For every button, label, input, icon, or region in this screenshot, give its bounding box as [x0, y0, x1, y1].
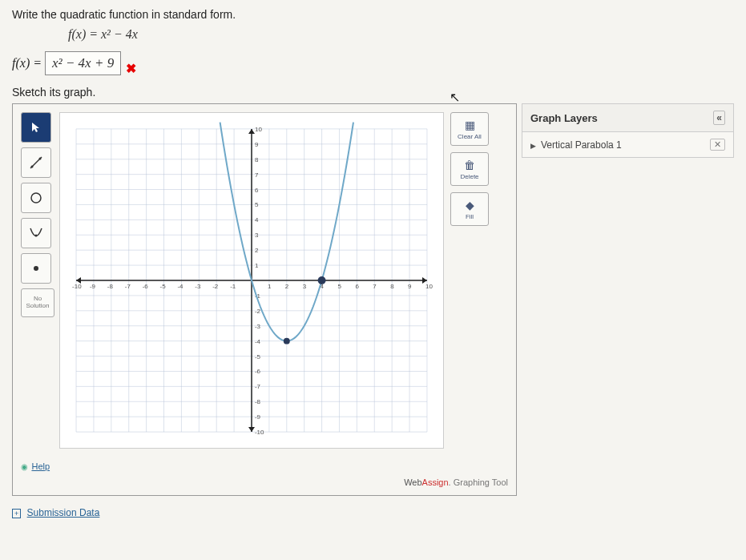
- svg-point-90: [284, 338, 290, 344]
- svg-text:3: 3: [255, 232, 259, 239]
- answer-row: f(x) = x² − 4x + 9 ✖: [12, 50, 734, 76]
- circle-tool[interactable]: [21, 183, 51, 213]
- svg-point-1: [31, 166, 34, 168]
- submission-data-link[interactable]: Submission Data: [27, 507, 100, 518]
- svg-point-3: [31, 193, 41, 203]
- answer-input[interactable]: x² − 4x + 9: [45, 51, 121, 75]
- svg-text:-7: -7: [125, 283, 131, 290]
- clear-all-button[interactable]: ▦ Clear All: [450, 112, 489, 146]
- no-solution-tool[interactable]: No Solution: [21, 288, 54, 317]
- plus-icon: +: [12, 509, 21, 518]
- svg-point-2: [39, 158, 42, 160]
- svg-text:4: 4: [255, 216, 259, 224]
- svg-text:-5: -5: [160, 283, 167, 290]
- svg-text:-9: -9: [90, 283, 96, 290]
- svg-text:6: 6: [255, 187, 259, 194]
- chevron-right-icon: ▶: [530, 142, 536, 150]
- parabola-tool[interactable]: [21, 218, 51, 248]
- point-tool[interactable]: [21, 253, 51, 284]
- graph-canvas[interactable]: 1-11-12-22-23-33-34-44-45-55-56-66-67-77…: [59, 112, 444, 452]
- sketch-prompt: Sketch its graph.: [12, 86, 734, 99]
- fill-button[interactable]: ◆ Fill: [450, 192, 489, 226]
- layer-item[interactable]: ▶Vertical Parabola 1 ✕: [522, 132, 734, 158]
- brand-footer: WebAssign. Graphing Tool: [21, 477, 508, 487]
- svg-text:-1: -1: [230, 283, 236, 290]
- svg-text:-4: -4: [177, 283, 183, 290]
- given-equation: f(x) = x² − 4x: [68, 27, 734, 42]
- svg-point-5: [34, 266, 38, 271]
- svg-text:9: 9: [408, 283, 412, 290]
- svg-text:6: 6: [355, 283, 359, 290]
- svg-text:10: 10: [255, 126, 262, 133]
- svg-text:8: 8: [390, 283, 394, 290]
- svg-text:7: 7: [373, 283, 377, 290]
- svg-text:-5: -5: [255, 353, 261, 361]
- trash-icon: 🗑: [464, 159, 475, 171]
- svg-text:-8: -8: [255, 398, 261, 405]
- prompt-text: Write the quadratic function in standard…: [12, 8, 734, 21]
- line-tool[interactable]: [21, 147, 51, 178]
- svg-text:9: 9: [255, 141, 259, 148]
- circle-icon: [29, 191, 43, 205]
- svg-text:1: 1: [268, 283, 272, 290]
- help-link[interactable]: Help: [31, 461, 50, 471]
- fill-icon: ◆: [466, 199, 474, 212]
- svg-text:-6: -6: [143, 283, 149, 290]
- svg-text:-10: -10: [72, 283, 82, 290]
- svg-text:5: 5: [337, 283, 341, 290]
- svg-text:-8: -8: [107, 283, 114, 290]
- svg-text:10: 10: [425, 283, 433, 290]
- delete-button[interactable]: 🗑 Delete: [450, 152, 489, 186]
- point-icon: [32, 264, 40, 272]
- graph-layers-panel: Graph Layers « ▶Vertical Parabola 1 ✕: [522, 103, 734, 158]
- parabola-icon: [29, 226, 43, 240]
- svg-text:3: 3: [303, 283, 307, 290]
- svg-text:-6: -6: [255, 368, 261, 375]
- svg-text:-7: -7: [255, 383, 261, 390]
- tool-palette: No Solution: [21, 112, 54, 317]
- collapse-icon[interactable]: «: [713, 111, 725, 125]
- svg-text:2: 2: [255, 247, 259, 254]
- submission-data-row: + Submission Data: [12, 507, 734, 518]
- layers-header: Graph Layers «: [522, 103, 734, 132]
- svg-text:8: 8: [255, 156, 259, 163]
- svg-text:1: 1: [255, 262, 259, 269]
- answer-label: f(x) =: [12, 56, 42, 71]
- graph-tool-container: ↖ No Solution: [12, 103, 517, 496]
- svg-text:-4: -4: [255, 338, 261, 345]
- side-tools: ▦ Clear All 🗑 Delete ◆ Fill: [450, 112, 489, 226]
- pointer-icon: [30, 122, 42, 133]
- svg-text:5: 5: [255, 201, 259, 208]
- clear-icon: ▦: [465, 119, 475, 131]
- svg-point-91: [318, 276, 326, 284]
- svg-text:-9: -9: [255, 413, 261, 421]
- line-icon: [29, 155, 43, 170]
- svg-text:2: 2: [285, 283, 289, 290]
- remove-layer-icon[interactable]: ✕: [710, 139, 725, 151]
- svg-text:-2: -2: [255, 308, 261, 315]
- coordinate-grid: 1-11-12-22-23-33-34-44-45-55-56-66-67-77…: [59, 112, 444, 449]
- cursor-icon: ↖: [450, 90, 460, 105]
- svg-point-4: [35, 235, 38, 237]
- svg-text:-10: -10: [255, 429, 264, 436]
- svg-text:-3: -3: [195, 283, 201, 290]
- pointer-tool[interactable]: [21, 112, 51, 143]
- svg-text:-3: -3: [255, 323, 261, 330]
- incorrect-icon: ✖: [126, 61, 136, 76]
- svg-text:-2: -2: [212, 283, 219, 290]
- help-icon: ◉: [21, 462, 28, 471]
- svg-text:7: 7: [255, 171, 259, 179]
